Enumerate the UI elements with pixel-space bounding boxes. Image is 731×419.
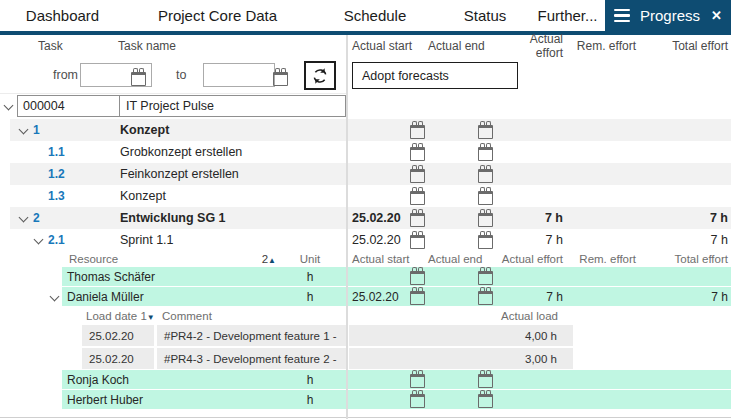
calendar-icon[interactable] xyxy=(410,394,425,408)
col-header-actual-end: Actual end xyxy=(428,253,500,265)
load-header-row: Load date 1▼ Comment Actual load xyxy=(0,307,731,324)
actual-start-value: 25.02.20 xyxy=(352,211,410,225)
calendar-icon[interactable] xyxy=(410,213,425,227)
chevron-down-icon[interactable] xyxy=(50,293,59,302)
col-header-total-effort: Total effort xyxy=(636,253,731,265)
calendar-icon[interactable] xyxy=(410,191,425,205)
tab-further[interactable]: Further... xyxy=(530,0,605,31)
resource-row[interactable]: Herbert Huber h xyxy=(0,390,731,410)
tab-dashboard[interactable]: Dashboard xyxy=(0,0,125,31)
resource-row[interactable]: Thomas Schäfer h xyxy=(0,267,731,287)
unit-value: h xyxy=(288,290,332,304)
task-row[interactable]: 2.1 Sprint 1.1 25.02.20 7 h 7 h xyxy=(0,229,731,251)
col-header-actual-start: Actual start xyxy=(348,39,428,53)
task-row[interactable]: 2 Entwicklung SG 1 25.02.20 7 h 7 h xyxy=(0,207,731,229)
pane-divider xyxy=(346,35,348,419)
sort-indicator[interactable]: 2▲ xyxy=(262,253,276,265)
unit-value: h xyxy=(288,393,332,407)
task-name: Entwicklung SG 1 xyxy=(120,211,226,225)
load-value: 4,00 h xyxy=(349,325,573,346)
calendar-icon[interactable] xyxy=(410,235,425,249)
load-row[interactable]: 25.02.20 #PR4-3 - Development feature 2 … xyxy=(0,347,731,370)
unit-value: h xyxy=(288,373,332,387)
chevron-down-icon[interactable] xyxy=(19,126,28,135)
tab-project-core-data[interactable]: Project Core Data xyxy=(125,0,310,31)
resource-row[interactable]: Ronja Koch h xyxy=(0,370,731,390)
calendar-icon[interactable] xyxy=(410,374,425,388)
total-effort-value: 7 h xyxy=(636,211,731,225)
filter-row: from to Adopt forecasts xyxy=(0,57,731,94)
resource-name: Daniela Müller xyxy=(0,290,288,304)
comment-col-header[interactable]: Comment xyxy=(162,310,212,322)
tab-schedule[interactable]: Schedule xyxy=(310,0,440,31)
tab-progress-label: Progress xyxy=(640,7,700,24)
sort-desc-icon: ▼ xyxy=(147,313,155,322)
tab-progress[interactable]: Progress ✕ xyxy=(605,0,731,31)
col-header-actual-end: Actual end xyxy=(428,39,500,53)
progress-window: Dashboard Project Core Data Schedule Sta… xyxy=(0,0,731,419)
calendar-icon[interactable] xyxy=(478,125,493,139)
load-date: 25.02.20 xyxy=(82,325,154,346)
close-icon[interactable]: ✕ xyxy=(711,8,722,23)
calendar-icon[interactable] xyxy=(478,235,493,249)
chevron-down-icon[interactable] xyxy=(4,102,13,111)
actual-start-value: 25.02.20 xyxy=(352,290,410,304)
tab-status[interactable]: Status xyxy=(440,0,530,31)
task-row[interactable]: 1.2 Feinkonzept erstellen xyxy=(0,163,731,185)
project-name-cell[interactable]: IT Project Pulse xyxy=(119,95,346,117)
to-date-input[interactable] xyxy=(203,63,275,87)
total-effort-value: 7 h xyxy=(636,290,731,304)
task-number: 1.1 xyxy=(48,145,120,159)
task-number: 1 xyxy=(33,123,120,137)
calendar-icon[interactable] xyxy=(478,374,493,388)
project-row[interactable]: 000004 IT Project Pulse xyxy=(0,94,731,119)
refresh-icon xyxy=(310,66,330,86)
resource-col-header[interactable]: Resource xyxy=(69,253,118,265)
resource-row[interactable]: Daniela Müller h 25.02.20 7 h 7 h xyxy=(0,287,731,307)
task-name: Konzept xyxy=(120,189,166,203)
actual-load-col-header: Actual load xyxy=(348,310,558,322)
col-header-task-name: Task name xyxy=(118,39,176,53)
resource-header-row: Resource 2▲ Unit Actual start Actual end… xyxy=(0,251,731,267)
calendar-icon[interactable] xyxy=(478,271,493,285)
task-number: 1.2 xyxy=(48,167,120,181)
calendar-icon[interactable] xyxy=(478,291,493,305)
unit-col-header[interactable]: Unit xyxy=(288,253,332,265)
menu-icon[interactable] xyxy=(614,9,630,23)
chevron-down-icon[interactable] xyxy=(34,236,43,245)
task-row[interactable]: 1.1 Grobkonzept erstellen xyxy=(0,141,731,163)
col-header-actual-effort: Actual effort xyxy=(500,253,563,265)
bottom-divider xyxy=(0,417,731,418)
calendar-icon[interactable] xyxy=(131,72,146,86)
resource-name: Thomas Schäfer xyxy=(0,270,288,284)
load-date: 25.02.20 xyxy=(82,348,154,369)
task-name: Feinkonzept erstellen xyxy=(120,167,239,181)
resource-name: Herbert Huber xyxy=(0,393,288,407)
calendar-icon[interactable] xyxy=(478,169,493,183)
calendar-icon[interactable] xyxy=(478,147,493,161)
calendar-icon[interactable] xyxy=(410,291,425,305)
calendar-icon[interactable] xyxy=(410,271,425,285)
load-row[interactable]: 25.02.20 #PR4-2 - Development feature 1 … xyxy=(0,324,731,347)
resource-name: Ronja Koch xyxy=(0,373,288,387)
project-id-cell[interactable]: 000004 xyxy=(17,95,120,117)
tab-bar: Dashboard Project Core Data Schedule Sta… xyxy=(0,0,731,31)
sort-asc-icon: ▲ xyxy=(268,256,276,265)
calendar-icon[interactable] xyxy=(478,394,493,408)
load-date-col-header[interactable]: Load date 1▼ xyxy=(86,310,155,322)
load-comment: #PR4-3 - Development feature 2 - xyxy=(157,348,346,369)
total-effort-value: 7 h xyxy=(636,233,731,247)
chevron-down-icon[interactable] xyxy=(19,214,28,223)
calendar-icon[interactable] xyxy=(410,147,425,161)
refresh-button[interactable] xyxy=(304,61,336,90)
task-number: 2 xyxy=(33,211,120,225)
adopt-forecasts-button[interactable]: Adopt forecasts xyxy=(352,62,518,89)
calendar-icon[interactable] xyxy=(273,72,288,86)
task-row[interactable]: 1.3 Konzept xyxy=(0,185,731,207)
calendar-icon[interactable] xyxy=(478,213,493,227)
task-row[interactable]: 1 Konzept xyxy=(0,119,731,141)
calendar-icon[interactable] xyxy=(410,169,425,183)
calendar-icon[interactable] xyxy=(410,125,425,139)
column-header-row: Task Task name Actual start Actual end A… xyxy=(0,35,731,57)
calendar-icon[interactable] xyxy=(478,191,493,205)
